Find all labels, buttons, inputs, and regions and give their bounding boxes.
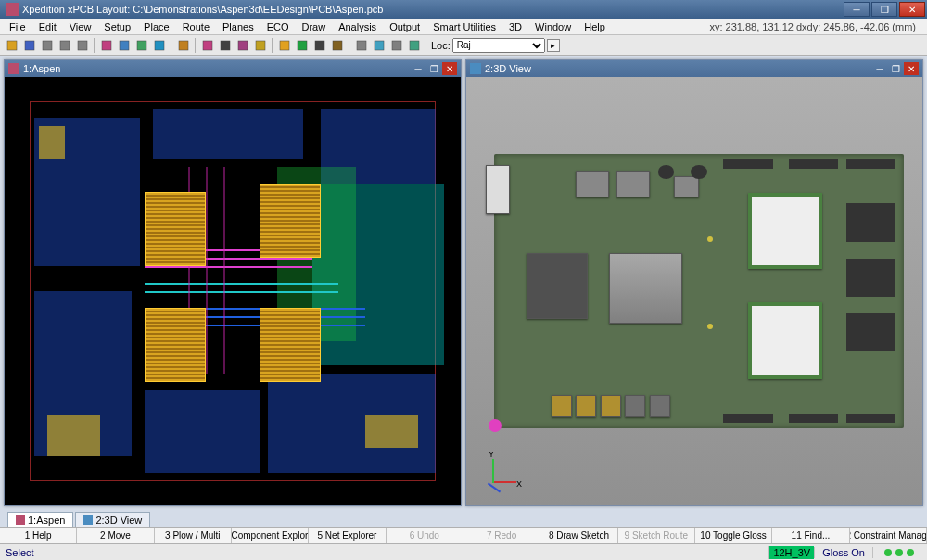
tab-aspen[interactable]: 1:Aspen [7,512,73,527]
cut-icon[interactable] [39,37,56,54]
layer-icon[interactable] [133,37,150,54]
svg-rect-1 [25,41,34,50]
svg-rect-18 [357,41,366,50]
fn-draw-sketch[interactable]: 8 Draw Sketch [540,528,617,543]
menu-help[interactable]: Help [578,20,611,33]
pane-2d-minimize[interactable]: ─ [411,62,425,75]
menu-view[interactable]: View [64,20,97,33]
fill-icon[interactable] [235,37,251,54]
fn-net-explorer[interactable]: 5 Net Explorer [309,528,386,543]
fn-plow-multi[interactable]: 3 Plow / Multi [155,528,232,543]
pane-3d-minimize[interactable]: ─ [872,62,887,75]
pane-2d: 1:Aspen ─ ❐ ✕ [4,59,462,506]
loc-select[interactable]: Raj [452,38,545,53]
net-icon[interactable] [329,37,346,54]
menu-3d[interactable]: 3D [503,20,527,33]
paste-icon[interactable] [74,37,91,54]
fn-help[interactable]: 1 Help [0,528,77,543]
open-icon[interactable] [4,37,20,54]
loc-label: Loc: [431,40,451,51]
svg-rect-9 [179,41,188,50]
pane-3d-maximize[interactable]: ❐ [888,62,903,75]
menu-bar: FileEditViewSetupPlaceRoutePlanesECODraw… [0,19,927,35]
show-icon[interactable] [353,37,370,54]
menu-smart-utilities[interactable]: Smart Utilities [427,20,502,33]
minimize-button[interactable]: ─ [844,2,870,17]
svg-rect-15 [298,41,307,50]
menu-eco[interactable]: ECO [261,20,295,33]
pane-2d-titlebar[interactable]: 1:Aspen ─ ❐ ✕ [5,60,461,77]
menu-route[interactable]: Route [177,20,215,33]
svg-rect-10 [203,41,212,50]
snap-icon[interactable] [98,37,115,54]
menu-file[interactable]: File [4,20,32,33]
display-icon[interactable] [199,37,216,54]
measure-icon[interactable] [175,37,192,54]
axis-gizmo[interactable]: XY [476,452,520,496]
fn-sketch-route: 9 Sketch Route [618,528,695,543]
mask-icon[interactable] [217,37,234,54]
grid-icon[interactable] [116,37,133,54]
via-icon[interactable] [311,37,328,54]
loc-go-button[interactable]: ▸ [547,39,560,52]
pane-3d: 2:3D View ─ ❐ ✕ [465,59,923,506]
svg-rect-17 [333,41,342,50]
menu-window[interactable]: Window [529,20,577,33]
svg-rect-11 [221,41,230,50]
pane-3d-icon [470,63,481,74]
svg-rect-12 [238,41,248,50]
fn-find-[interactable]: 11 Find... [772,528,849,543]
svg-rect-6 [120,41,129,50]
app-icon [6,3,19,16]
fn-constraint-manager[interactable]: 12 Constraint Manager [850,528,927,543]
route-icon[interactable] [294,37,311,54]
menu-edit[interactable]: Edit [33,20,62,33]
svg-rect-21 [410,41,419,50]
svg-rect-19 [375,41,384,50]
pane-3d-titlebar[interactable]: 2:3D View ─ ❐ ✕ [466,60,922,77]
svg-rect-16 [315,41,324,50]
close-button[interactable]: ✕ [899,2,925,17]
drc-icon[interactable] [252,37,269,54]
pane-2d-maximize[interactable]: ❐ [426,62,441,75]
pane-2d-title: 1:Aspen [23,63,410,74]
status-bar: Select 12H_3V Gloss On [0,543,927,560]
svg-rect-13 [256,41,265,50]
menu-analysis[interactable]: Analysis [333,20,382,33]
maximize-button[interactable]: ❐ [871,2,897,17]
svg-rect-5 [102,41,111,50]
place-icon[interactable] [276,37,293,54]
menu-setup[interactable]: Setup [98,20,136,33]
fn-redo: 7 Redo [464,528,540,543]
pane-2d-icon [8,63,19,74]
fn-undo: 6 Undo [387,528,464,543]
function-key-bar: 1 Help2 Move3 Plow / Multi4 Component Ex… [0,527,927,543]
menu-place[interactable]: Place [138,20,175,33]
menu-planes[interactable]: Planes [217,20,260,33]
svg-rect-7 [137,41,146,50]
menu-draw[interactable]: Draw [296,20,331,33]
window-title: Xpedition xPCB Layout: C:\Demonstrations… [22,4,844,15]
fn-toggle-gloss[interactable]: 10 Toggle Gloss [695,528,772,543]
pane-2d-close[interactable]: ✕ [442,62,457,75]
pane-3d-close[interactable]: ✕ [904,62,919,75]
status-layer[interactable]: 12H_3V [768,546,814,559]
3d-icon[interactable] [371,37,387,54]
pane-3d-title: 2:3D View [485,63,871,74]
coordinates-readout: xy: 231.88, 131.12 dxdy: 245.86, -42.06 … [709,21,923,32]
save-icon[interactable] [21,37,38,54]
workspace: 1:Aspen ─ ❐ ✕ [0,56,927,510]
report-icon[interactable] [388,37,405,54]
svg-rect-0 [7,41,17,50]
status-gloss: Gloss On [814,547,872,558]
fn-move[interactable]: 2 Move [77,528,154,543]
tab-3d-view[interactable]: 2:3D View [75,512,150,527]
tree-icon[interactable] [406,37,423,54]
copy-icon[interactable] [57,37,73,54]
svg-rect-14 [280,41,289,50]
pcb-3d-canvas[interactable]: XY [466,77,922,505]
view-icon[interactable] [151,37,168,54]
menu-output[interactable]: Output [384,20,425,33]
pcb-2d-canvas[interactable] [5,77,461,505]
fn-component-explorer[interactable]: 4 Component Explorer [232,528,309,543]
